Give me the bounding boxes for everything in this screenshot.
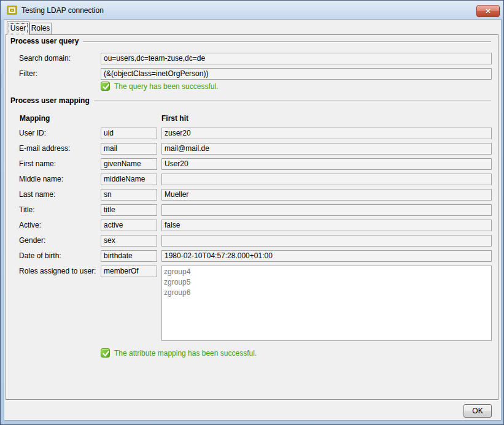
column-header-mapping: Mapping <box>20 114 50 123</box>
mapping-row: First name:givenNameUser20 <box>6 158 498 170</box>
mapping-attribute-field[interactable]: active <box>101 220 157 231</box>
mapping-attribute-field[interactable]: sex <box>101 235 157 247</box>
mapping-attribute-field[interactable]: mail <box>101 143 157 155</box>
query-row: Search domain:ou=users,dc=team-zuse,dc=d… <box>6 53 498 64</box>
first-hit-field[interactable]: User20 <box>161 158 492 170</box>
mapping-row: Active:activefalse <box>6 220 498 231</box>
mapping-attribute-field[interactable]: title <box>101 204 157 216</box>
row-label: Gender: <box>19 235 45 247</box>
first-hit-field[interactable] <box>161 174 492 185</box>
role-list-item[interactable]: zgroup6 <box>164 288 489 298</box>
first-hit-field[interactable]: mail@mail.de <box>161 143 492 155</box>
first-hit-field[interactable] <box>161 204 492 216</box>
group-separator-line <box>94 101 491 102</box>
row-label: Filter: <box>19 68 37 80</box>
query-value-field[interactable]: ou=users,dc=team-zuse,dc=de <box>101 53 492 64</box>
mapping-row: E-mail address:mailmail@mail.de <box>6 143 498 155</box>
mapping-attribute-field[interactable]: middleName <box>101 174 157 185</box>
mapping-attribute-field[interactable]: sn <box>101 189 157 201</box>
button-bar: OK <box>4 400 501 420</box>
mapping-row: Date of birth:birthdate1980-02-10T04:57:… <box>6 250 498 262</box>
mapping-status-row: The attribute mapping has been successfu… <box>6 348 498 358</box>
first-hit-field[interactable]: 1980-02-10T04:57:28.000+01:00 <box>161 250 492 262</box>
group-header-mapping: Process user mapping <box>10 96 491 105</box>
first-hit-field[interactable]: Mueller <box>161 189 492 201</box>
row-label: Title: <box>19 204 35 216</box>
row-label: Search domain: <box>19 53 71 64</box>
mapping-status-text: The attribute mapping has been successfu… <box>114 349 257 358</box>
row-label: First name: <box>19 158 56 170</box>
mapping-row: Middle name:middleName <box>6 174 498 185</box>
first-hit-field[interactable] <box>161 235 492 247</box>
group-separator-line <box>83 41 491 43</box>
group-title-query: Process user query <box>10 37 83 45</box>
mapping-row: Gender:sex <box>6 235 498 247</box>
row-label: Active: <box>19 220 41 231</box>
ok-button[interactable]: OK <box>463 404 492 418</box>
mapping-row: Last name:snMueller <box>6 189 498 201</box>
tab-roles[interactable]: Roles <box>29 23 52 34</box>
dialog-client-area: User Roles Process user query Search dom… <box>4 20 501 420</box>
row-label: Last name: <box>19 189 55 201</box>
first-hit-field[interactable]: zuser20 <box>161 128 492 139</box>
title-bar[interactable]: Testing LDAP connection ✕ <box>1 1 503 20</box>
first-hit-field[interactable]: false <box>161 220 492 231</box>
mapping-attribute-field[interactable]: memberOf <box>101 266 157 277</box>
user-tab-panel: Process user query Search domain:ou=user… <box>6 34 498 400</box>
tab-user[interactable]: User <box>7 21 29 35</box>
mapping-attribute-field[interactable]: birthdate <box>101 250 157 262</box>
query-value-field[interactable]: (&(objectClass=inetOrgPerson)) <box>101 68 492 80</box>
query-status-text: The query has been successful. <box>114 82 218 91</box>
window-title: Testing LDAP connection <box>21 6 104 15</box>
query-row: Filter:(&(objectClass=inetOrgPerson)) <box>6 68 498 80</box>
dialog-window: Testing LDAP connection ✕ User Roles Pro… <box>0 0 504 425</box>
success-check-icon <box>101 82 110 91</box>
mapping-row: User ID:uidzuser20 <box>6 128 498 139</box>
row-label: Middle name: <box>19 174 63 185</box>
group-title-mapping: Process user mapping <box>10 96 94 105</box>
tab-focus-outline <box>9 23 28 34</box>
mapping-row: Title:title <box>6 204 498 216</box>
close-button[interactable]: ✕ <box>476 5 500 17</box>
row-label: Date of birth: <box>19 250 61 262</box>
group-header-query: Process user query <box>10 37 491 45</box>
query-status-row: The query has been successful. <box>6 82 498 91</box>
row-label: E-mail address: <box>19 143 70 155</box>
mapping-attribute-field[interactable]: uid <box>101 128 157 139</box>
roles-listbox[interactable]: zgroup4zgroup5zgroup6 <box>161 266 492 341</box>
role-list-item[interactable]: zgroup5 <box>164 277 489 288</box>
row-label: Roles assigned to user: <box>19 266 96 277</box>
role-list-item[interactable]: zgroup4 <box>164 267 489 277</box>
success-check-icon <box>101 348 110 358</box>
window-icon <box>7 6 17 15</box>
mapping-attribute-field[interactable]: givenName <box>101 158 157 170</box>
tab-roles-label: Roles <box>31 24 50 33</box>
row-label: User ID: <box>19 128 46 139</box>
column-header-first-hit: First hit <box>161 114 188 123</box>
